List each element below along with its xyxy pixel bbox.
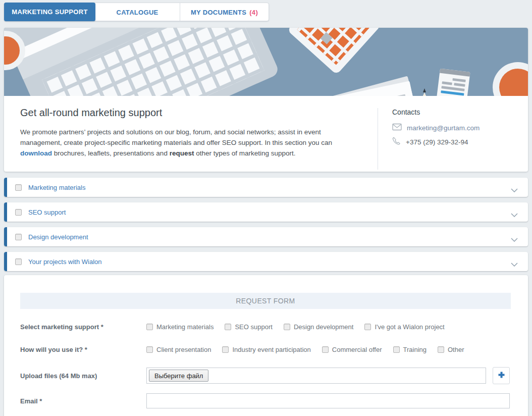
- intro-text-2: brochures, leaflets, presentations and: [52, 149, 170, 157]
- phone-icon: [392, 137, 401, 147]
- chevron-down-icon[interactable]: [511, 235, 518, 244]
- coffee-cup-right-icon: [493, 62, 528, 96]
- checkbox[interactable]: [222, 346, 229, 353]
- option-label: Marketing materials: [156, 323, 214, 331]
- accordion-checkbox[interactable]: [15, 234, 22, 240]
- accent-strip: [4, 227, 7, 246]
- tab-marketing-support[interactable]: MARKETING SUPPORT: [4, 3, 95, 21]
- checkbox[interactable]: [364, 324, 371, 330]
- accordion-design-development[interactable]: Design development: [4, 227, 528, 246]
- option-label: Training: [403, 346, 427, 353]
- tab-catalogue[interactable]: CATALOGUE: [95, 3, 180, 22]
- accent-strip: [4, 252, 7, 271]
- email-row: Email *: [20, 393, 510, 408]
- use-options: Client presentation Industry event parti…: [146, 346, 464, 353]
- laptop-keyboard-illustration: [4, 28, 280, 96]
- tab-my-documents[interactable]: MY DOCUMENTS (4): [180, 3, 269, 22]
- intro-text-1: We promote partners’ projects and soluti…: [20, 128, 332, 146]
- option-ive-got-a-wialon-project[interactable]: I've got a Wialon project: [364, 323, 444, 331]
- my-documents-count-badge: (4): [249, 9, 258, 16]
- option-training[interactable]: Training: [393, 346, 427, 353]
- accordion-your-projects-with-wialon[interactable]: Your projects with Wialon: [4, 252, 528, 271]
- tab-my-documents-label: MY DOCUMENTS: [191, 9, 246, 16]
- option-label: Client presentation: [156, 346, 211, 353]
- support-options: Marketing materials SEO support Design d…: [146, 323, 445, 331]
- intro-text-3: other types of marketing support.: [194, 149, 295, 157]
- top-tabs: MARKETING SUPPORT CATALOGUE MY DOCUMENTS…: [4, 3, 269, 21]
- select-marketing-support-row: Select marketing support * Marketing mat…: [20, 322, 510, 332]
- contact-email-link[interactable]: marketing@gurtam.com: [407, 124, 480, 132]
- checkbox[interactable]: [322, 346, 329, 353]
- accordion-label: Design development: [28, 233, 88, 241]
- checkbox[interactable]: [284, 324, 290, 330]
- file-input[interactable]: Выберите файл: [146, 368, 486, 384]
- accordion-seo-support[interactable]: SEO support: [4, 202, 528, 222]
- chevron-down-icon[interactable]: [511, 210, 518, 219]
- notepad-illustration: [436, 69, 470, 96]
- tab-marketing-support-label: MARKETING SUPPORT: [12, 8, 87, 16]
- accordion-label: Your projects with Wialon: [28, 258, 101, 266]
- intro-paragraph: We promote partners’ projects and soluti…: [20, 127, 364, 159]
- accordion-label: Marketing materials: [28, 184, 85, 191]
- page-title: Get all-round marketing support: [20, 107, 364, 119]
- option-label: Other: [448, 346, 464, 353]
- marketing-support-page: MARKETING SUPPORT CATALOGUE MY DOCUMENTS…: [0, 0, 532, 416]
- checkbox[interactable]: [438, 346, 444, 353]
- option-label: Design development: [294, 323, 354, 331]
- accordion-checkbox[interactable]: [15, 209, 22, 216]
- accordion-list: Marketing materials SEO support Design d…: [4, 178, 528, 271]
- how-will-you-use-it-row: How will you use it? * Client presentati…: [20, 344, 510, 354]
- option-label: Industry event participation: [232, 346, 310, 353]
- option-design-development[interactable]: Design development: [284, 323, 354, 331]
- accordion-checkbox[interactable]: [15, 184, 22, 191]
- option-other[interactable]: Other: [438, 346, 464, 353]
- chevron-down-icon[interactable]: [511, 259, 518, 269]
- option-client-presentation[interactable]: Client presentation: [146, 346, 211, 353]
- upload-files-label: Upload files (64 Mb max): [20, 372, 146, 380]
- how-will-you-use-it-label: How will you use it? *: [20, 346, 146, 353]
- upload-files-row: Upload files (64 Mb max) Выберите файл: [20, 368, 510, 384]
- option-seo-support[interactable]: SEO support: [225, 323, 272, 331]
- plus-icon: [498, 371, 505, 381]
- request-form-header: REQUEST FORM: [20, 293, 511, 309]
- envelope-icon: [392, 123, 402, 132]
- accordion-marketing-materials[interactable]: Marketing materials: [4, 178, 528, 197]
- request-form-title: REQUEST FORM: [236, 297, 295, 305]
- accordion-checkbox[interactable]: [15, 258, 22, 265]
- request-emphasis: request: [170, 149, 194, 157]
- chevron-down-icon[interactable]: [511, 185, 518, 194]
- email-field[interactable]: [146, 393, 510, 408]
- checkbox[interactable]: [393, 346, 400, 353]
- add-file-button[interactable]: [493, 367, 510, 384]
- option-marketing-materials[interactable]: Marketing materials: [146, 323, 214, 331]
- tab-group: CATALOGUE MY DOCUMENTS (4): [94, 3, 269, 21]
- contacts-block: Contacts marketing@gurtam.com +375 (29) …: [378, 104, 480, 172]
- option-commercial-offer[interactable]: Commercial offer: [322, 346, 382, 353]
- waffle-chart-paper: [287, 28, 381, 75]
- banner-illustration: [4, 28, 528, 96]
- accordion-label: SEO support: [28, 209, 66, 216]
- request-form-card: REQUEST FORM Select marketing support * …: [4, 275, 528, 416]
- contact-phone: +375 (29) 329-32-94: [406, 138, 468, 146]
- choose-file-button[interactable]: Выберите файл: [149, 370, 208, 382]
- tab-catalogue-label: CATALOGUE: [116, 9, 158, 16]
- contacts-title: Contacts: [392, 108, 480, 116]
- pencil-icon: [421, 88, 428, 96]
- checkbox[interactable]: [146, 346, 153, 353]
- intro-section: Get all-round marketing support We promo…: [4, 96, 528, 172]
- option-industry-event-participation[interactable]: Industry event participation: [222, 346, 310, 353]
- checkbox[interactable]: [225, 324, 231, 330]
- intro-card: Get all-round marketing support We promo…: [4, 28, 528, 172]
- email-label: Email *: [20, 397, 146, 405]
- option-label: I've got a Wialon project: [375, 323, 444, 331]
- option-label: Commercial offer: [332, 346, 382, 353]
- accent-strip: [4, 202, 7, 222]
- accent-strip: [4, 178, 7, 197]
- select-marketing-support-label: Select marketing support *: [20, 323, 146, 331]
- option-label: SEO support: [235, 323, 272, 331]
- download-link[interactable]: download: [20, 149, 52, 157]
- checkbox[interactable]: [146, 324, 153, 330]
